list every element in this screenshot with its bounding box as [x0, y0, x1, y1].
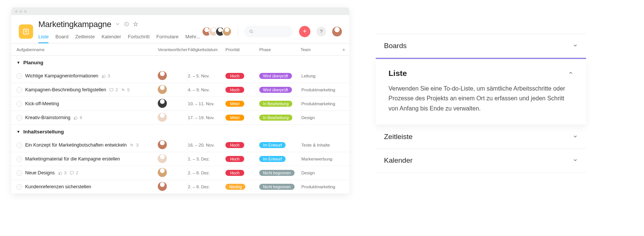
avatar[interactable] — [158, 168, 167, 177]
help-button[interactable]: ? — [316, 27, 326, 36]
chevron-up-icon[interactable] — [568, 70, 573, 77]
priority-pill[interactable]: Niedrig — [225, 184, 245, 190]
col-prio[interactable]: Priorität — [225, 47, 259, 52]
col-name[interactable]: Aufgabenname — [11, 47, 158, 52]
priority-pill[interactable]: Hoch — [225, 170, 244, 176]
table-row[interactable]: Marketingmaterial für die Kampagne erste… — [11, 152, 349, 166]
avatar[interactable] — [332, 27, 342, 36]
tab-fortschritt[interactable]: Fortschritt — [128, 32, 150, 43]
avatar[interactable] — [158, 113, 167, 122]
tab-board[interactable]: Board — [55, 32, 68, 43]
complete-checkbox[interactable] — [17, 101, 22, 107]
team-cell[interactable]: Design — [301, 171, 349, 175]
table-row[interactable]: Ein Konzept für Marketingbotschaften ent… — [11, 138, 349, 152]
due-date[interactable]: 16. – 20. Nov. — [188, 143, 225, 147]
due-date[interactable]: 17. – 19. Nov. — [188, 115, 225, 120]
team-cell[interactable]: Texte & Inhalte — [301, 143, 349, 147]
phase-pill[interactable]: Wird überprüft — [259, 87, 292, 93]
accordion-item[interactable]: Zeitleiste — [376, 125, 586, 149]
tab-formulare[interactable]: Formulare — [156, 32, 178, 43]
accordion-item[interactable]: Boards — [376, 34, 586, 58]
phase-pill[interactable]: Im Entwurf — [259, 156, 286, 162]
section-title: Planung — [23, 60, 43, 65]
col-due[interactable]: Fälligkeitsdatum — [188, 47, 225, 52]
subtasks-count[interactable]: 3 — [130, 143, 138, 148]
team-cell[interactable]: Produktmarketing — [301, 185, 349, 189]
subtasks-count[interactable]: 5 — [121, 88, 130, 92]
search-input[interactable] — [244, 26, 293, 37]
table-row[interactable]: Kreativ-Brainstorming817. – 19. Nov.Mitt… — [11, 111, 349, 125]
priority-pill[interactable]: Mittel — [225, 101, 244, 107]
priority-pill[interactable]: Hoch — [225, 87, 244, 93]
avatar[interactable] — [158, 182, 167, 191]
comments-count[interactable]: 2 — [109, 88, 118, 92]
tab-mehr[interactable]: Mehr... — [185, 32, 200, 43]
col-phase[interactable]: Phase — [259, 47, 301, 52]
due-date[interactable]: 1. – 3. Dez. — [188, 157, 225, 161]
due-date[interactable]: 2. – 8. Dez. — [188, 185, 225, 189]
tab-kalender[interactable]: Kalender — [101, 32, 121, 43]
team-cell[interactable]: Produktmarketing — [301, 88, 349, 92]
due-date[interactable]: 2. – 5. Nov. — [188, 74, 225, 78]
col-team[interactable]: Team — [301, 47, 338, 52]
star-icon[interactable] — [133, 21, 138, 28]
comments-count[interactable]: 2 — [70, 171, 78, 175]
priority-pill[interactable]: Hoch — [225, 142, 244, 148]
phase-pill[interactable]: Nicht begonnen — [259, 170, 295, 176]
tab-zeitleiste[interactable]: Zeitleiste — [75, 32, 95, 43]
tab-liste[interactable]: Liste — [38, 32, 48, 43]
team-cell[interactable]: Markenwerbung — [301, 157, 349, 161]
avatar[interactable] — [158, 154, 167, 163]
due-date[interactable]: 4. – 9. Nov. — [188, 88, 225, 92]
add-button[interactable]: + — [299, 26, 310, 37]
section-header[interactable]: ▼Planung — [11, 56, 349, 69]
phase-pill[interactable]: Wird überprüft — [259, 73, 292, 79]
complete-checkbox[interactable] — [17, 142, 22, 148]
likes-count[interactable]: 3 — [101, 74, 110, 79]
table-row[interactable]: Kampagnen-Beschreibung fertigstellen254.… — [11, 83, 349, 97]
task-name: Kick-off-Meeting — [25, 101, 59, 106]
team-cell[interactable]: Produktmarketing — [301, 101, 349, 106]
priority-pill[interactable]: Hoch — [225, 73, 244, 79]
complete-checkbox[interactable] — [17, 87, 22, 93]
avatar[interactable] — [158, 140, 167, 149]
divider — [238, 27, 238, 36]
due-date[interactable]: 10. – 11. Nov. — [188, 101, 225, 106]
col-add[interactable]: + — [338, 46, 349, 53]
accordion-item[interactable]: Kalender — [376, 149, 586, 172]
complete-checkbox[interactable] — [17, 73, 22, 79]
phase-pill[interactable]: Im Entwurf — [259, 142, 286, 148]
phase-pill[interactable]: In Bearbeitung — [259, 101, 292, 107]
team-cell[interactable]: Design — [301, 115, 349, 120]
column-headers: Aufgabenname Verantwortlicher Fälligkeit… — [11, 44, 349, 56]
likes-count[interactable]: 8 — [73, 115, 82, 120]
team-cell[interactable]: Leitung — [301, 74, 349, 78]
phase-pill[interactable]: In Bearbeitung — [259, 115, 292, 121]
task-name: Kreativ-Brainstorming — [25, 115, 70, 120]
project-menu-chevron-icon[interactable] — [115, 21, 120, 28]
avatar[interactable] — [222, 27, 232, 36]
disclosure-triangle-icon[interactable]: ▼ — [17, 61, 20, 65]
complete-checkbox[interactable] — [17, 115, 22, 121]
disclosure-triangle-icon[interactable]: ▼ — [17, 130, 20, 134]
table-row[interactable]: Kick-off-Meeting10. – 11. Nov.MittelIn B… — [11, 97, 349, 111]
likes-count[interactable]: 3 — [58, 171, 67, 175]
complete-checkbox[interactable] — [17, 156, 22, 162]
avatar[interactable] — [158, 71, 167, 80]
table-row[interactable]: Kundenreferenzen sicherstellen2. – 8. De… — [11, 180, 349, 194]
table-row[interactable]: Wichtige Kampagneninformationen32. – 5. … — [11, 69, 349, 83]
due-date[interactable]: 2. – 8. Dez. — [188, 171, 225, 175]
complete-checkbox[interactable] — [17, 184, 22, 190]
complete-checkbox[interactable] — [17, 170, 22, 176]
avatar[interactable] — [158, 85, 167, 94]
table-row[interactable]: Neue Designs322. – 8. Dez.HochNicht bego… — [11, 166, 349, 180]
priority-pill[interactable]: Hoch — [225, 156, 244, 162]
info-icon[interactable] — [124, 21, 129, 28]
member-avatars[interactable] — [205, 27, 232, 36]
avatar[interactable] — [158, 99, 167, 108]
col-owner[interactable]: Verantwortlicher — [158, 47, 188, 52]
section-header[interactable]: ▼Inhaltserstellung — [11, 125, 349, 138]
phase-pill[interactable]: Nicht begonnen — [259, 184, 295, 190]
project-icon — [19, 24, 33, 39]
priority-pill[interactable]: Mittel — [225, 115, 244, 121]
